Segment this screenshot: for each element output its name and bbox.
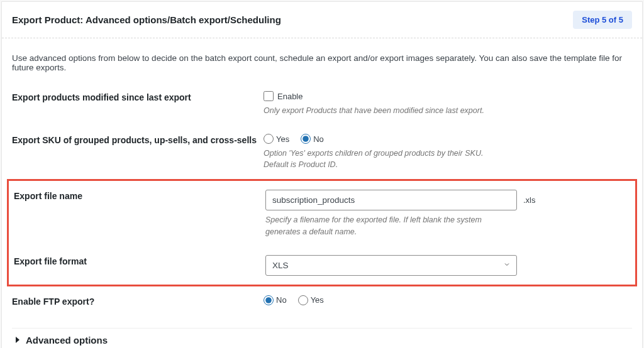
- enable-modified-label: Enable: [277, 92, 303, 101]
- ftp-no-label: No: [276, 295, 287, 305]
- row-modified-since: Export products modified since last expo…: [12, 82, 632, 125]
- intro-text: Use advanced options from below to decid…: [2, 38, 642, 77]
- enable-modified-checkbox[interactable]: [264, 91, 274, 101]
- page-title: Export Product: Advanced options/Batch e…: [12, 14, 281, 25]
- panel-header: Export Product: Advanced options/Batch e…: [2, 2, 642, 38]
- help-filename: Specify a filename for the exported file…: [265, 214, 511, 237]
- label-sku-grouped: Export SKU of grouped products, up-sells…: [12, 134, 264, 145]
- row-sku-grouped: Export SKU of grouped products, up-sells…: [12, 125, 632, 179]
- sku-no-label: No: [313, 134, 324, 144]
- highlight-box: Export file name .xls Specify a filename…: [7, 179, 637, 286]
- filename-input[interactable]: [265, 190, 517, 210]
- ftp-no-radio[interactable]: [264, 295, 274, 305]
- label-ftp: Enable FTP export?: [12, 295, 264, 307]
- row-ftp: Enable FTP export? No Yes: [12, 286, 632, 315]
- label-modified-since: Export products modified since last expo…: [12, 91, 264, 102]
- label-format: Export file format: [14, 255, 265, 266]
- format-select[interactable]: XLS: [265, 255, 517, 276]
- label-filename: Export file name: [14, 190, 265, 201]
- sku-yes-label: Yes: [276, 134, 289, 144]
- row-filename: Export file name .xls Specify a filename…: [14, 181, 630, 246]
- filename-extension: .xls: [523, 195, 536, 205]
- help-modified-since: Only export Products that have been modi…: [264, 105, 509, 116]
- advanced-options-toggle[interactable]: Advanced options: [12, 328, 632, 348]
- help-sku-grouped: Option 'Yes' exports children of grouped…: [264, 148, 509, 170]
- advanced-options-label: Advanced options: [26, 335, 108, 345]
- sku-no-radio[interactable]: [301, 134, 311, 144]
- ftp-yes-radio[interactable]: [298, 295, 308, 305]
- ftp-yes-label: Yes: [311, 295, 324, 305]
- step-badge: Step 5 of 5: [573, 11, 632, 29]
- form-area: Export products modified since last expo…: [2, 77, 642, 315]
- caret-right-icon: [16, 337, 19, 343]
- export-panel: Export Product: Advanced options/Batch e…: [1, 1, 643, 348]
- row-format: Export file format XLS: [14, 246, 630, 285]
- sku-yes-radio[interactable]: [264, 134, 274, 144]
